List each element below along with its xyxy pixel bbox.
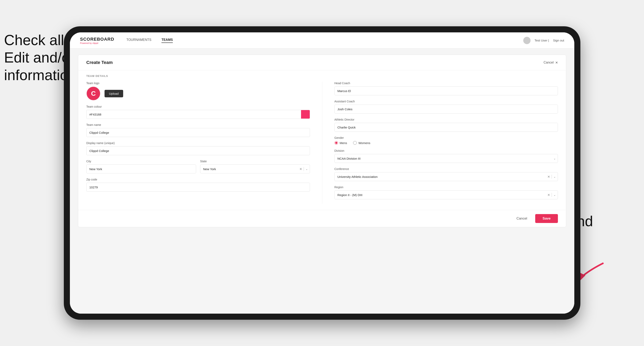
user-avatar bbox=[523, 37, 530, 44]
team-colour-group: Team colour bbox=[86, 105, 310, 119]
state-clear-icon[interactable]: ✕ bbox=[300, 167, 302, 171]
gender-mens-label[interactable]: Mens bbox=[334, 141, 347, 145]
logo-preview-area: C Upload bbox=[86, 86, 310, 101]
team-logo-label: Team logo bbox=[86, 82, 310, 85]
state-field: State New York ✕ ⌄ bbox=[200, 160, 310, 173]
division-select-group: NCAA Division III ⌄ bbox=[334, 154, 558, 163]
nav-teams[interactable]: TEAMS bbox=[162, 38, 173, 43]
gender-womens-text: Womens bbox=[358, 141, 370, 145]
city-field: City bbox=[86, 160, 196, 173]
cancel-label: Cancel bbox=[544, 61, 554, 64]
gender-group: Gender Mens Womens bbox=[334, 136, 558, 145]
zip-label: Zip code bbox=[86, 178, 310, 181]
sign-out-link[interactable]: Sign out bbox=[553, 39, 564, 42]
gender-label: Gender bbox=[334, 136, 558, 139]
create-team-panel: Create Team Cancel ✕ TEAM DETAILS Team l… bbox=[78, 55, 566, 227]
region-select[interactable]: Region II - (M) DIII bbox=[334, 190, 558, 199]
panel-title: Create Team bbox=[86, 60, 113, 65]
user-info: Test User | bbox=[534, 39, 549, 42]
state-select-group: New York ✕ ⌄ bbox=[200, 165, 310, 173]
region-label: Region bbox=[334, 185, 558, 189]
form-left: Team logo C Upload Team colour bbox=[86, 82, 322, 204]
gender-row: Mens Womens bbox=[334, 141, 558, 145]
device-frame: SCOREBOARD Powered by clippd TOURNAMENTS… bbox=[64, 26, 580, 320]
colour-swatch[interactable] bbox=[301, 110, 310, 119]
region-group: Region Region II - (M) DIII ✕ ⌄ bbox=[334, 185, 558, 199]
division-group: Division NCAA Division III ⌄ bbox=[334, 149, 558, 163]
device-screen: SCOREBOARD Powered by clippd TOURNAMENTS… bbox=[70, 32, 574, 314]
region-clear-icon[interactable]: ✕ bbox=[547, 193, 550, 197]
logo-area: SCOREBOARD Powered by clippd bbox=[80, 37, 114, 44]
assistant-coach-input[interactable] bbox=[334, 105, 558, 114]
division-label: Division bbox=[334, 149, 558, 152]
nav-right: Test User | Sign out bbox=[523, 37, 564, 44]
assistant-coach-label: Assistant Coach bbox=[334, 100, 558, 103]
save-button[interactable]: Save bbox=[535, 214, 558, 223]
city-input[interactable] bbox=[86, 165, 196, 173]
conference-select-group: University Athletic Association ✕ ⌄ bbox=[334, 172, 558, 181]
zip-group: Zip code bbox=[86, 178, 310, 192]
division-select[interactable]: NCAA Division III bbox=[334, 154, 558, 163]
navbar: SCOREBOARD Powered by clippd TOURNAMENTS… bbox=[70, 32, 574, 49]
panel-cancel-button[interactable]: Cancel ✕ bbox=[544, 61, 558, 65]
section-label: TEAM DETAILS bbox=[78, 70, 566, 77]
athletic-director-label: Athletic Director bbox=[334, 118, 558, 121]
team-name-group: Team name bbox=[86, 123, 310, 137]
conference-label: Conference bbox=[334, 167, 558, 171]
gender-womens-label[interactable]: Womens bbox=[353, 141, 370, 145]
head-coach-input[interactable] bbox=[334, 86, 558, 95]
zip-input[interactable] bbox=[86, 183, 310, 192]
state-select[interactable]: New York bbox=[200, 165, 310, 173]
display-name-group: Display name (unique) bbox=[86, 142, 310, 155]
logo-text: SCOREBOARD bbox=[80, 37, 114, 42]
colour-input[interactable] bbox=[86, 110, 301, 119]
region-select-group: Region II - (M) DIII ✕ ⌄ bbox=[334, 190, 558, 199]
gender-mens-text: Mens bbox=[340, 141, 347, 145]
close-icon: ✕ bbox=[555, 61, 558, 65]
form-body: Team logo C Upload Team colour bbox=[78, 77, 566, 210]
nav-tournaments[interactable]: TOURNAMENTS bbox=[126, 38, 151, 43]
main-content: Create Team Cancel ✕ TEAM DETAILS Team l… bbox=[70, 49, 574, 314]
team-logo-section: Team logo C Upload bbox=[86, 82, 310, 101]
conference-clear-icon[interactable]: ✕ bbox=[547, 175, 550, 179]
gender-mens-radio[interactable] bbox=[334, 141, 338, 145]
panel-header: Create Team Cancel ✕ bbox=[78, 55, 566, 70]
assistant-coach-group: Assistant Coach bbox=[334, 100, 558, 114]
panel-footer: Cancel Save bbox=[78, 210, 566, 227]
logo-sub: Powered by clippd bbox=[80, 42, 114, 44]
display-name-label: Display name (unique) bbox=[86, 142, 310, 145]
colour-input-group bbox=[86, 110, 310, 119]
athletic-director-input[interactable] bbox=[334, 123, 558, 132]
conference-select[interactable]: University Athletic Association bbox=[334, 172, 558, 181]
city-label: City bbox=[86, 160, 196, 163]
team-name-label: Team name bbox=[86, 123, 310, 127]
conference-group: Conference University Athletic Associati… bbox=[334, 167, 558, 181]
athletic-director-group: Athletic Director bbox=[334, 118, 558, 132]
head-coach-label: Head Coach bbox=[334, 82, 558, 85]
form-right: Head Coach Assistant Coach Athletic Dire… bbox=[322, 82, 558, 204]
footer-cancel-button[interactable]: Cancel bbox=[512, 214, 531, 223]
gender-womens-radio[interactable] bbox=[353, 141, 357, 145]
upload-button[interactable]: Upload bbox=[104, 90, 123, 97]
team-colour-label: Team colour bbox=[86, 105, 310, 108]
logo-circle: C bbox=[86, 86, 100, 101]
display-name-input[interactable] bbox=[86, 146, 310, 155]
nav-links: TOURNAMENTS TEAMS bbox=[126, 38, 523, 43]
team-name-input[interactable] bbox=[86, 128, 310, 137]
state-label: State bbox=[200, 160, 310, 163]
city-state-group: City State New York ✕ bbox=[86, 160, 310, 173]
head-coach-group: Head Coach bbox=[334, 82, 558, 95]
